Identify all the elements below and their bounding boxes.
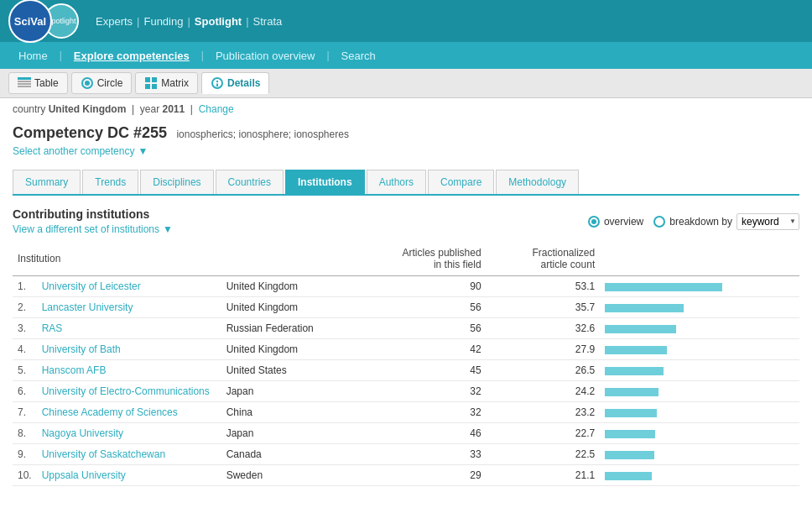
- row-rank: 9.: [13, 444, 37, 465]
- bar-visual: [605, 346, 667, 354]
- institution-link[interactable]: Uppsala University: [42, 469, 126, 481]
- row-country: Canada: [221, 444, 347, 465]
- year-label: year: [140, 103, 159, 115]
- row-frac: 53.1: [487, 276, 601, 297]
- svg-point-10: [212, 78, 222, 88]
- row-frac: 32.6: [487, 318, 601, 339]
- year-value: 2011: [163, 103, 185, 115]
- nav-explore[interactable]: Explore competencies: [64, 45, 200, 67]
- breakdown-select-wrap: keyword field discipline: [737, 213, 799, 230]
- nav-experts[interactable]: Experts: [96, 15, 133, 28]
- row-bar-cell: [600, 444, 799, 465]
- institution-link[interactable]: University of Bath: [42, 343, 121, 355]
- circle-label: Circle: [97, 77, 123, 89]
- row-bar-cell: [600, 381, 799, 402]
- row-frac: 22.7: [487, 423, 601, 444]
- row-frac: 21.1: [487, 465, 601, 486]
- nav-strata[interactable]: Strata: [253, 15, 283, 28]
- tab-trends[interactable]: Trends: [82, 170, 138, 194]
- overview-label: overview: [604, 216, 643, 228]
- svg-rect-6: [145, 77, 150, 82]
- row-rank: 6.: [13, 381, 37, 402]
- row-country: Japan: [221, 423, 347, 444]
- institution-link[interactable]: RAS: [42, 322, 63, 334]
- row-articles: 42: [347, 339, 487, 360]
- dropdown-icon: ▼: [163, 223, 173, 235]
- svg-rect-8: [145, 84, 150, 89]
- svg-rect-1: [18, 81, 31, 82]
- select-competency-link[interactable]: Select another competency ▼: [13, 145, 148, 157]
- row-rank: 1.: [13, 276, 37, 297]
- circle-icon: [81, 76, 94, 90]
- bar-visual: [605, 472, 652, 480]
- tab-disciplines[interactable]: Disciplines: [140, 170, 213, 194]
- tab-authors[interactable]: Authors: [367, 170, 426, 194]
- view-different-link[interactable]: View a different set of institutions ▼: [13, 223, 173, 235]
- change-link[interactable]: Change: [199, 103, 234, 115]
- row-bar-cell: [600, 297, 799, 318]
- institution-link[interactable]: University of Leicester: [42, 280, 141, 292]
- tab-countries[interactable]: Countries: [216, 170, 284, 194]
- row-frac: 26.5: [487, 360, 601, 381]
- circle-button[interactable]: Circle: [71, 72, 133, 94]
- tab-institutions[interactable]: Institutions: [285, 170, 365, 194]
- nav-funding[interactable]: Funding: [143, 15, 183, 28]
- competency-title: Competency DC #255: [13, 124, 167, 141]
- row-frac: 22.5: [487, 444, 601, 465]
- row-rank: 2.: [13, 297, 37, 318]
- row-articles: 33: [347, 444, 487, 465]
- nav-publication[interactable]: Publication overview: [206, 45, 325, 67]
- institution-link[interactable]: University of Electro-Communications: [42, 385, 210, 397]
- row-institution: Chinese Academy of Sciences: [37, 402, 221, 423]
- svg-point-11: [216, 81, 218, 82]
- table-row: 10. Uppsala University Sweden 29 21.1: [13, 465, 799, 486]
- bar-header: [600, 242, 799, 276]
- institution-link[interactable]: Lancaster University: [42, 301, 133, 313]
- breakdown-radio[interactable]: [653, 216, 665, 228]
- nav-search[interactable]: Search: [331, 45, 386, 67]
- row-country: United Kingdom: [221, 276, 347, 297]
- breakdown-select[interactable]: keyword field discipline: [737, 213, 799, 230]
- overview-radio[interactable]: [588, 216, 600, 228]
- content: Competency DC #255 ionospherics; ionosph…: [0, 120, 812, 495]
- breakdown-radio-group[interactable]: breakdown by keyword field discipline: [653, 213, 799, 230]
- details-button[interactable]: Details: [201, 72, 269, 94]
- institution-link[interactable]: Chinese Academy of Sciences: [42, 406, 178, 418]
- row-rank: 7.: [13, 402, 37, 423]
- bar-visual: [605, 451, 654, 459]
- matrix-icon: [144, 76, 158, 90]
- row-bar-cell: [600, 318, 799, 339]
- tab-summary[interactable]: Summary: [13, 170, 81, 194]
- table-row: 2. Lancaster University United Kingdom 5…: [13, 297, 799, 318]
- row-bar-cell: [600, 423, 799, 444]
- bar-visual: [605, 283, 722, 291]
- row-articles: 56: [347, 297, 487, 318]
- table-header-row: Institution Articles publishedin this fi…: [13, 242, 799, 276]
- row-institution: Lancaster University: [37, 297, 221, 318]
- institution-link[interactable]: Nagoya University: [42, 427, 123, 439]
- institution-header: Institution: [13, 242, 221, 276]
- table-icon: [18, 76, 31, 90]
- breakdown-label: breakdown by: [669, 216, 732, 228]
- bar-visual: [605, 304, 684, 312]
- nav-spotlight[interactable]: Spotlight: [195, 15, 242, 28]
- row-articles: 29: [347, 465, 487, 486]
- dropdown-arrow-icon: ▼: [138, 145, 148, 157]
- tab-methodology[interactable]: Methodology: [496, 170, 579, 194]
- matrix-label: Matrix: [161, 77, 189, 89]
- nav-home[interactable]: Home: [8, 45, 58, 67]
- tab-compare[interactable]: Compare: [428, 170, 494, 194]
- competency-header: Competency DC #255 ionospherics; ionosph…: [13, 124, 799, 142]
- institution-link[interactable]: University of Saskatchewan: [42, 448, 165, 460]
- row-institution: University of Bath: [37, 339, 221, 360]
- section-title: Contributing institutions: [13, 207, 173, 221]
- matrix-button[interactable]: Matrix: [135, 72, 198, 94]
- table-button[interactable]: Table: [8, 72, 68, 94]
- row-frac: 24.2: [487, 381, 601, 402]
- row-articles: 90: [347, 276, 487, 297]
- details-label: Details: [227, 77, 260, 89]
- bar-visual: [605, 325, 676, 333]
- svg-rect-2: [18, 83, 31, 85]
- institution-link[interactable]: Hanscom AFB: [42, 364, 107, 376]
- overview-radio-group[interactable]: overview: [588, 216, 643, 228]
